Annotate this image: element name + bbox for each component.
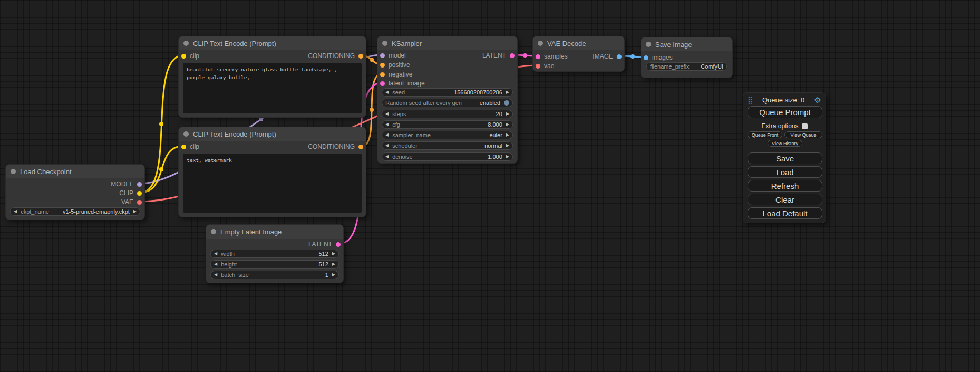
latent-output-dot[interactable] <box>510 53 515 58</box>
collapse-dot[interactable] <box>11 169 16 174</box>
decrement-icon[interactable]: ◀ <box>385 133 389 137</box>
clip-output-dot[interactable] <box>137 191 142 196</box>
input-slot-images: images <box>644 54 673 61</box>
conditioning-output-dot[interactable] <box>358 54 363 59</box>
scheduler-widget[interactable]: ◀ scheduler normal ▶ <box>382 141 513 150</box>
node-title-bar[interactable]: KSampler <box>377 36 517 50</box>
queue-prompt-button[interactable]: Queue Prompt <box>748 106 822 118</box>
widget-label: denoise <box>392 154 413 160</box>
load-default-button[interactable]: Load Default <box>748 207 822 219</box>
comfy-menu-panel[interactable]: ⣿ Queue size: 0 ⚙ Queue Prompt Extra opt… <box>743 92 826 223</box>
increment-icon[interactable]: ▶ <box>133 209 137 214</box>
input-slot-model: model <box>380 52 406 59</box>
drag-handle-icon[interactable]: ⣿ <box>748 97 753 103</box>
decrement-icon[interactable]: ◀ <box>214 273 217 277</box>
collapse-dot[interactable] <box>211 229 216 234</box>
steps-widget[interactable]: ◀ steps 20 ▶ <box>382 110 513 118</box>
images-input-dot[interactable] <box>644 55 648 60</box>
increment-icon[interactable]: ▶ <box>506 133 509 137</box>
clip-input-dot[interactable] <box>181 54 186 59</box>
decrement-icon[interactable]: ◀ <box>385 122 389 127</box>
image-output-dot[interactable] <box>617 54 622 59</box>
queue-front-button[interactable]: Queue Front <box>748 131 782 138</box>
increment-icon[interactable]: ▶ <box>506 144 509 148</box>
node-save-image[interactable]: Save Image images filename_prefix ComfyU… <box>641 37 733 78</box>
collapse-dot[interactable] <box>382 41 387 46</box>
clip-input-dot[interactable] <box>181 145 186 149</box>
node-title-bar[interactable]: Save Image <box>641 37 732 51</box>
decrement-icon[interactable]: ◀ <box>385 90 389 94</box>
node-ksampler[interactable]: KSampler model positive negative latent_… <box>377 36 518 164</box>
negative-input-dot[interactable] <box>380 72 385 77</box>
sampler-name-widget[interactable]: ◀ sampler_name euler ▶ <box>382 131 513 139</box>
node-title-bar[interactable]: Load Checkpoint <box>6 165 144 178</box>
collapse-dot[interactable] <box>183 41 189 46</box>
increment-icon[interactable]: ▶ <box>506 122 509 127</box>
width-widget[interactable]: ◀ width 512 ▶ <box>210 250 339 258</box>
collapse-dot[interactable] <box>183 131 189 137</box>
clear-button[interactable]: Clear <box>748 194 822 205</box>
view-queue-button[interactable]: View Queue <box>784 131 822 138</box>
increment-icon[interactable]: ▶ <box>332 262 335 266</box>
random-seed-toggle-widget[interactable]: Random seed after every gen enabled <box>382 99 513 107</box>
latent-input-dot[interactable] <box>380 81 385 86</box>
decrement-icon[interactable]: ◀ <box>214 262 217 266</box>
collapse-dot[interactable] <box>538 41 543 46</box>
output-slot-conditioning: CONDITIONING <box>308 143 363 150</box>
slot-label: VAE <box>121 198 133 206</box>
save-button[interactable]: Save <box>748 152 822 164</box>
node-title-bar[interactable]: CLIP Text Encode (Prompt) <box>179 36 366 50</box>
ckpt-name-widget[interactable]: ◀ ckpt_name v1-5-pruned-emaonly.ckpt ▶ <box>10 207 140 216</box>
node-clip-text-encode-negative[interactable]: CLIP Text Encode (Prompt) clip CONDITION… <box>178 127 366 217</box>
node-title-bar[interactable]: Empty Latent Image <box>206 225 343 239</box>
decrement-icon[interactable]: ◀ <box>214 252 217 256</box>
node-graph-canvas[interactable]: Load Checkpoint MODEL CLIP VAE ◀ ckpt_na… <box>0 0 980 372</box>
decrement-icon[interactable]: ◀ <box>385 155 389 159</box>
increment-icon[interactable]: ▶ <box>332 273 335 277</box>
node-load-checkpoint[interactable]: Load Checkpoint MODEL CLIP VAE ◀ ckpt_na… <box>5 164 145 220</box>
increment-icon[interactable]: ▶ <box>506 155 509 159</box>
slot-label: positive <box>389 61 410 69</box>
positive-input-dot[interactable] <box>380 63 385 68</box>
slot-label: images <box>652 54 673 61</box>
widget-value: 156680208700286 <box>454 89 502 96</box>
node-title-bar[interactable]: CLIP Text Encode (Prompt) <box>179 127 366 141</box>
slot-label: samples <box>544 53 568 60</box>
node-clip-text-encode-positive[interactable]: CLIP Text Encode (Prompt) clip CONDITION… <box>178 36 366 118</box>
latent-output-dot[interactable] <box>336 242 341 247</box>
node-vae-decode[interactable]: VAE Decode samples vae IMAGE <box>532 36 625 72</box>
filename-prefix-widget[interactable]: filename_prefix ComfyUI <box>646 62 727 71</box>
decrement-icon[interactable]: ◀ <box>385 144 389 148</box>
seed-widget[interactable]: ◀ seed 156680208700286 ▶ <box>382 88 513 97</box>
queue-size-label: Queue size: 0 <box>753 96 814 104</box>
vae-output-dot[interactable] <box>137 200 142 205</box>
height-widget[interactable]: ◀ height 512 ▶ <box>210 260 339 269</box>
node-title-bar[interactable]: VAE Decode <box>533 36 624 50</box>
refresh-button[interactable]: Refresh <box>748 180 822 192</box>
increment-icon[interactable]: ▶ <box>506 90 509 94</box>
input-slot-clip: clip <box>181 52 199 60</box>
decrement-icon[interactable]: ◀ <box>385 112 389 116</box>
decrement-icon[interactable]: ◀ <box>14 209 17 214</box>
denoise-widget[interactable]: ◀ denoise 1.000 ▶ <box>382 152 513 161</box>
extra-options-checkbox[interactable] <box>802 123 808 129</box>
increment-icon[interactable]: ▶ <box>332 252 335 256</box>
model-input-dot[interactable] <box>380 53 385 58</box>
toggle-dot[interactable] <box>504 100 509 106</box>
prompt-textarea[interactable]: beautiful scenery nature glass bottle la… <box>183 63 362 113</box>
vae-input-dot[interactable] <box>536 64 540 69</box>
prompt-textarea[interactable]: text, watermark <box>183 154 362 213</box>
samples-input-dot[interactable] <box>536 54 540 59</box>
model-output-dot[interactable] <box>137 182 142 187</box>
load-button[interactable]: Load <box>748 166 822 178</box>
input-slot-positive: positive <box>380 61 410 69</box>
increment-icon[interactable]: ▶ <box>506 112 509 116</box>
cfg-widget[interactable]: ◀ cfg 8.000 ▶ <box>382 120 513 129</box>
settings-gear-icon[interactable]: ⚙ <box>814 96 821 104</box>
collapse-dot[interactable] <box>646 42 651 47</box>
view-history-button[interactable]: View History <box>768 140 802 147</box>
node-empty-latent-image[interactable]: Empty Latent Image LATENT ◀ width 512 ▶ … <box>206 224 344 283</box>
node-title: Load Checkpoint <box>20 168 72 176</box>
conditioning-output-dot[interactable] <box>358 145 363 149</box>
batch-size-widget[interactable]: ◀ batch_size 1 ▶ <box>210 271 339 279</box>
